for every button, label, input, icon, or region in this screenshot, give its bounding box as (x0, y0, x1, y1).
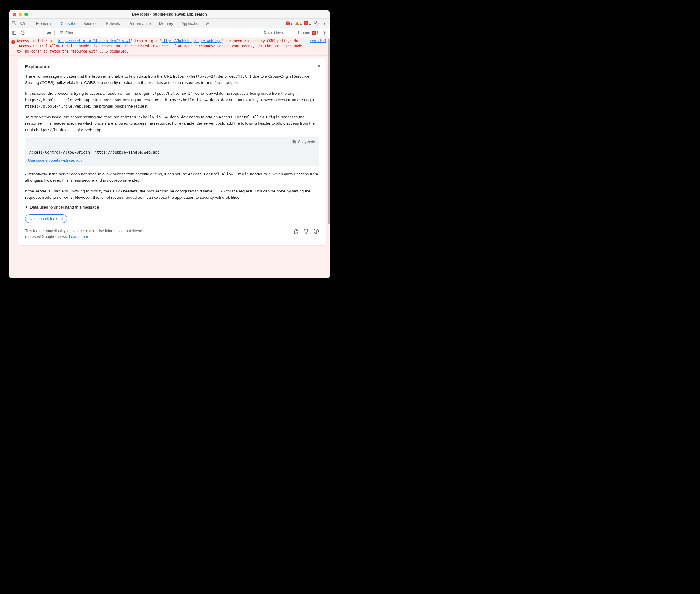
code-caution: Use code snippets with caution (25, 157, 319, 166)
tabs-bar: Elements Console Sources Network Perform… (9, 19, 330, 28)
chevron-down-icon (286, 31, 289, 34)
thumbs-down-icon[interactable] (303, 228, 309, 235)
triangle-right-icon (25, 205, 28, 208)
toolbar-right: Default levels 1 Issue: ✕ 1 (262, 30, 327, 36)
explanation-footer: This feature may display inaccurate or o… (25, 228, 319, 240)
svg-point-5 (324, 23, 325, 24)
clear-console-icon[interactable] (20, 30, 26, 36)
console-toolbar: top Default levels 1 Issue: ✕ 1 (9, 28, 330, 37)
tab-console[interactable]: Console (57, 19, 79, 28)
tab-performance[interactable]: Performance (124, 19, 155, 28)
filter-icon (60, 31, 64, 35)
svg-point-3 (316, 23, 317, 24)
disclaimer-text: This feature may display inaccurate or o… (25, 228, 160, 240)
error-count: 2 (290, 21, 293, 25)
divider (28, 30, 28, 36)
minimize-window-button[interactable] (19, 12, 22, 16)
console-settings-icon[interactable] (322, 30, 327, 36)
tab-memory[interactable]: Memory (155, 19, 177, 28)
divider (28, 21, 28, 26)
error-badge[interactable]: ✕ 2 (286, 21, 293, 25)
feedback-icons (293, 228, 319, 235)
details-label: Data used to understand this message (30, 205, 99, 209)
explanation-paragraph: To resolve this issue, the server hostin… (25, 114, 319, 133)
scrollbar[interactable] (328, 39, 330, 224)
svg-rect-14 (293, 140, 295, 142)
log-levels-selector[interactable]: Default levels (262, 30, 291, 36)
svg-rect-2 (23, 23, 25, 25)
explanation-title: Explanation (25, 64, 319, 69)
details-toggle[interactable]: Data used to understand this message (25, 205, 319, 209)
inspect-element-icon[interactable] (11, 20, 17, 26)
explanation-paragraph: If the server is unable or unwilling to … (25, 188, 319, 201)
svg-line-10 (22, 32, 24, 34)
error-row-icon: ✕ (11, 38, 17, 54)
tab-sources[interactable]: Sources (79, 19, 102, 28)
svg-point-6 (324, 24, 325, 25)
error-url-1[interactable]: https://hello-io-24.deno.dev/?lvl=1 (58, 39, 130, 43)
chevron-down-icon (39, 31, 42, 34)
warning-badge[interactable]: 1 (295, 21, 302, 25)
context-label: top (33, 31, 38, 35)
svg-point-17 (316, 232, 317, 233)
warning-icon (295, 22, 299, 25)
error-icon: ✕ (286, 21, 290, 25)
issue-label: 1 Issue: (298, 31, 310, 35)
device-toolbar-icon[interactable] (20, 20, 26, 26)
more-menu-icon[interactable] (322, 20, 327, 26)
error-source-link[interactable]: search:1 (310, 38, 326, 44)
console-error-row[interactable]: ✕ Access to fetch at 'https://hello-io-2… (9, 37, 330, 56)
error-message: Access to fetch at 'https://hello-io-24.… (17, 38, 327, 54)
levels-label: Default levels (264, 31, 285, 35)
filter-box (57, 30, 128, 36)
more-tabs-icon[interactable] (205, 20, 211, 26)
titlebar: DevTools - bubble-jingle.web.app/search (9, 10, 330, 19)
issues-indicator[interactable]: 1 Issue: ✕ 1 (298, 31, 319, 35)
code-content: Access-Control-Allow-Origin: https://bub… (25, 146, 319, 157)
tab-network[interactable]: Network (102, 19, 125, 28)
close-icon[interactable]: ✕ (317, 63, 321, 69)
window-title: DevTools - bubble-jingle.web.app/search (9, 12, 330, 16)
maximize-window-button[interactable] (25, 12, 28, 16)
svg-point-12 (324, 32, 325, 33)
error-url-2[interactable]: https://bubble-jingle.web.app (162, 39, 221, 43)
tabs-status-area: ✕ 2 1 ✕ 1 (286, 19, 330, 28)
code-caution-link[interactable]: Use code snippets with caution (28, 158, 81, 163)
issue-count: 1 (317, 31, 319, 35)
learn-more-link[interactable]: Learn more (69, 235, 88, 239)
settings-gear-icon[interactable] (313, 20, 319, 26)
issue-tab-count: 1 (309, 21, 311, 25)
sidebar-toggle-icon[interactable] (11, 30, 17, 36)
svg-point-4 (324, 22, 325, 23)
console-area: ✕ Access to fetch at 'https://hello-io-2… (9, 37, 330, 278)
explanation-paragraph: In this case, the browser is trying to a… (25, 90, 319, 110)
explanation-paragraph: The error message indicates that the bro… (25, 73, 319, 86)
issue-badge[interactable]: ✕ 1 (304, 21, 311, 25)
tab-elements[interactable]: Elements (32, 19, 57, 28)
report-icon[interactable] (313, 228, 319, 235)
svg-rect-7 (12, 31, 16, 34)
filter-input[interactable] (65, 31, 125, 35)
tabs-left-tools (11, 19, 32, 28)
issue-icon: ✕ (312, 31, 316, 35)
divider (294, 30, 294, 36)
copy-code-label: Copy code (298, 140, 315, 144)
explanation-paragraph: Alternatively, if the server does not ne… (25, 171, 319, 184)
tab-application[interactable]: Application (177, 19, 205, 28)
issue-icon: ✕ (304, 21, 308, 25)
copy-code-button[interactable]: Copy code (25, 137, 319, 146)
devtools-window: DevTools - bubble-jingle.web.app/search … (9, 10, 330, 278)
svg-rect-13 (293, 141, 295, 143)
context-selector[interactable]: top (31, 30, 44, 36)
svg-point-11 (48, 32, 49, 33)
live-expression-icon[interactable] (46, 30, 52, 36)
warning-count: 1 (300, 21, 302, 25)
thumbs-up-icon[interactable] (293, 228, 299, 235)
traffic-lights (12, 12, 28, 16)
use-search-button[interactable]: Use search instead (25, 214, 67, 223)
code-block: Copy code Access-Control-Allow-Origin: h… (25, 137, 319, 166)
close-window-button[interactable] (12, 12, 16, 16)
explanation-card: ✕ Explanation The error message indicate… (18, 58, 326, 245)
copy-icon (292, 140, 296, 144)
